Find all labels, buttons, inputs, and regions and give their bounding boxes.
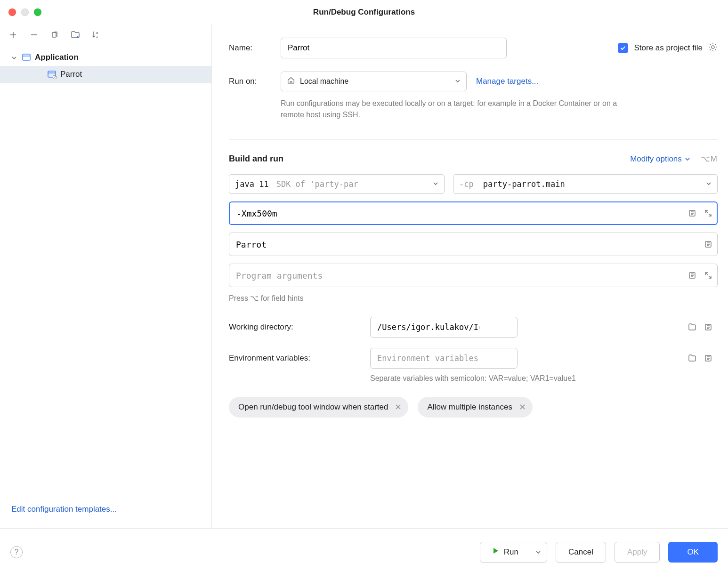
cp-value: party-parrot.main — [483, 179, 565, 189]
run-button-group: Run — [480, 542, 547, 563]
folder-add-icon[interactable] — [71, 30, 80, 40]
gear-icon[interactable] — [708, 42, 718, 54]
field-hint: Press ⌥ for field hints — [229, 294, 718, 303]
chip-remove-icon[interactable]: ✕ — [519, 402, 526, 412]
folder-icon[interactable] — [688, 322, 697, 332]
titlebar: Run/Debug Configurations — [0, 0, 728, 24]
play-icon — [492, 547, 499, 557]
tree-node-application[interactable]: Application — [0, 49, 211, 66]
history-icon[interactable] — [688, 271, 697, 280]
application-icon — [22, 53, 31, 62]
history-icon[interactable] — [688, 209, 697, 218]
tree-label: Parrot — [60, 70, 82, 79]
caret-down-icon — [11, 54, 18, 61]
store-as-project-checkbox[interactable] — [618, 43, 628, 53]
sidebar-toolbar: az — [0, 24, 211, 45]
history-icon[interactable] — [704, 240, 713, 249]
svg-point-6 — [712, 46, 714, 48]
remove-config-button[interactable] — [29, 30, 39, 40]
working-dir-label: Working directory: — [229, 322, 370, 332]
chip-remove-icon[interactable]: ✕ — [395, 402, 402, 412]
tree-node-parrot[interactable]: Parrot — [0, 66, 211, 83]
cancel-button[interactable]: Cancel — [556, 542, 606, 563]
add-config-button[interactable] — [8, 30, 18, 40]
run-button[interactable]: Run — [480, 542, 530, 562]
manage-targets-link[interactable]: Manage targets... — [476, 77, 538, 86]
vm-options-input[interactable] — [229, 201, 718, 225]
expand-icon[interactable] — [704, 271, 713, 280]
modify-shortcut: ⌥M — [701, 154, 718, 164]
cp-prefix: -cp — [459, 179, 474, 189]
zoom-window-button[interactable] — [34, 8, 41, 16]
close-window-button[interactable] — [8, 8, 16, 16]
program-args-input[interactable] — [229, 264, 718, 287]
folder-icon[interactable] — [688, 354, 697, 363]
history-icon[interactable] — [704, 354, 713, 363]
chevron-down-icon — [706, 180, 712, 188]
run-on-label: Run on: — [229, 77, 281, 86]
main-class-input[interactable] — [229, 233, 718, 256]
run-on-hint: Run configurations may be executed local… — [281, 98, 629, 121]
working-dir-input[interactable] — [370, 317, 518, 338]
expand-icon[interactable] — [704, 209, 713, 218]
apply-button[interactable]: Apply — [615, 542, 660, 563]
home-icon — [287, 76, 295, 87]
edit-templates-link[interactable]: Edit configuration templates... — [0, 505, 211, 528]
minimize-window-button — [21, 8, 29, 16]
application-icon — [47, 70, 57, 79]
run-on-value: Local machine — [300, 77, 348, 86]
name-input[interactable] — [281, 38, 507, 58]
chevron-down-icon — [433, 180, 438, 188]
name-label: Name: — [229, 43, 281, 53]
window-title: Run/Debug Configurations — [0, 8, 728, 17]
sort-az-icon[interactable]: az — [91, 30, 101, 40]
help-button[interactable]: ? — [10, 546, 23, 558]
copy-config-button[interactable] — [50, 30, 59, 40]
svg-rect-0 — [52, 32, 56, 37]
chevron-down-icon — [455, 77, 461, 86]
svg-rect-3 — [23, 54, 30, 60]
tree-label: Application — [35, 53, 79, 62]
env-input[interactable] — [370, 348, 518, 369]
jdk-select[interactable]: java 11 SDK of 'party-par — [229, 174, 445, 194]
history-icon[interactable] — [704, 322, 713, 332]
ok-button[interactable]: OK — [668, 542, 718, 563]
jdk-main-text: java 11 — [235, 179, 269, 189]
run-dropdown-button[interactable] — [530, 542, 547, 562]
chip-allow-multiple[interactable]: Allow multiple instances ✕ — [418, 397, 532, 418]
modify-options-link[interactable]: Modify options — [630, 154, 690, 164]
classpath-select[interactable]: -cp party-parrot.main — [453, 174, 718, 194]
env-label: Environment variables: — [229, 354, 370, 363]
chip-open-tool-window[interactable]: Open run/debug tool window when started … — [229, 397, 408, 418]
run-on-select[interactable]: Local machine — [281, 72, 467, 91]
svg-text:z: z — [96, 34, 98, 39]
jdk-sub-text: SDK of 'party-par — [276, 179, 358, 189]
build-run-title: Build and run — [229, 154, 283, 164]
store-label: Store as project file — [634, 43, 703, 53]
env-hint: Separate variables with semicolon: VAR=v… — [370, 374, 718, 383]
